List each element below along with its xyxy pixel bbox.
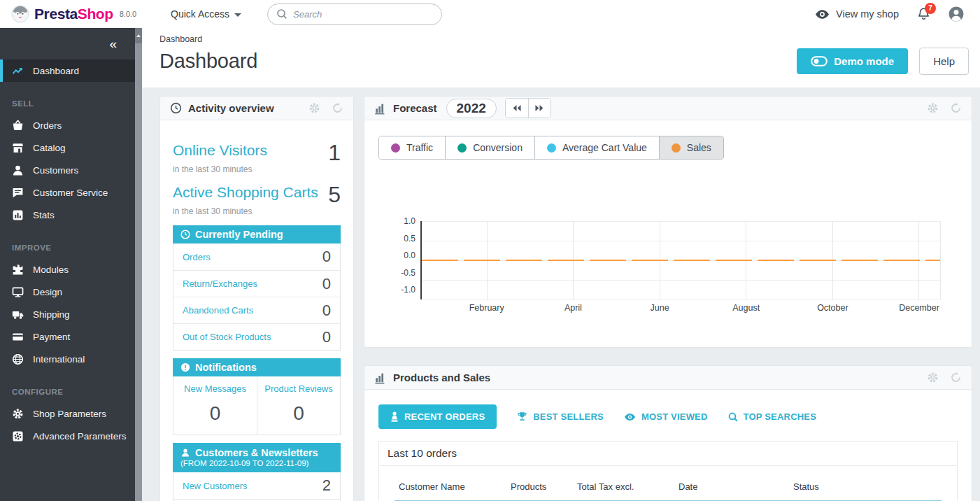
sidebar-scrollbar[interactable] xyxy=(135,28,142,501)
trophy-icon xyxy=(517,411,527,422)
sidebar-item-catalog[interactable]: Catalog xyxy=(0,136,135,159)
refresh-icon[interactable] xyxy=(332,102,343,114)
pending-returns-link[interactable]: Return/Exchanges xyxy=(183,278,257,289)
sidebar-item-payment[interactable]: Payment xyxy=(0,325,135,348)
orders-table-title: Last 10 orders xyxy=(379,442,957,466)
tab-traffic[interactable]: Traffic xyxy=(379,136,445,159)
sidebar-item-customer-service[interactable]: Customer Service xyxy=(0,181,135,204)
view-my-shop-link[interactable]: View my shop xyxy=(815,8,899,20)
user-avatar[interactable] xyxy=(949,6,964,22)
toggle-icon xyxy=(811,56,828,66)
bar-chart-icon xyxy=(374,102,387,115)
truck-icon xyxy=(12,309,24,320)
next-year-button[interactable] xyxy=(528,99,551,118)
sidebar-item-advanced-parameters[interactable]: Advanced Parameters xyxy=(0,425,135,447)
x-axis-labels: February April June August October Decem… xyxy=(422,303,941,313)
last-orders-table: Last 10 orders Customer Name Products To… xyxy=(378,441,958,501)
sidebar-item-orders[interactable]: Orders xyxy=(0,114,135,136)
sidebar-item-shop-parameters[interactable]: Shop Parameters xyxy=(0,402,135,425)
help-button[interactable]: Help xyxy=(919,48,969,75)
topbar-right: View my shop 7 xyxy=(815,6,980,22)
notifications-bell[interactable]: 7 xyxy=(917,7,930,22)
chevron-down-icon xyxy=(234,13,241,17)
y-axis-labels: 1.0 0.5 0.0 -0.5 -1.0 xyxy=(399,216,420,295)
table-row: Orders 0 xyxy=(173,244,340,270)
version-label: 8.0.0 xyxy=(120,10,136,18)
table-row: Out of Stock Products 0 xyxy=(173,323,340,350)
bar-chart-icon xyxy=(374,372,387,384)
product-reviews-link[interactable]: Product Reviews xyxy=(260,383,337,394)
global-search[interactable] xyxy=(267,3,442,25)
tab-best-sellers[interactable]: BEST SELLERS xyxy=(517,411,604,422)
tab-top-searches[interactable]: TOP SEARCHES xyxy=(728,411,817,422)
average-cart-value-dot-icon xyxy=(547,143,556,153)
quick-access-dropdown[interactable]: Quick Access xyxy=(171,8,241,20)
exclamation-circle-icon xyxy=(180,362,190,372)
out-of-stock-link[interactable]: Out of Stock Products xyxy=(183,332,271,342)
sidebar-item-stats[interactable]: Stats xyxy=(0,204,135,226)
pending-orders-link[interactable]: Orders xyxy=(183,252,211,262)
sidebar-item-design[interactable]: Design xyxy=(0,281,135,303)
sidebar-section-improve: IMPROVE Modules Design Shipping Payment xyxy=(0,244,135,370)
main-area: Dashboard Dashboard Demo mode Help xyxy=(142,28,980,501)
sidebar-item-international[interactable]: International xyxy=(0,348,135,370)
column-header: Status xyxy=(793,481,942,492)
sidebar-item-dashboard[interactable]: Dashboard xyxy=(0,59,135,82)
demo-mode-label: Demo mode xyxy=(834,55,894,67)
tab-sales[interactable]: Sales xyxy=(659,136,723,159)
active-carts-link[interactable]: Active Shopping Carts xyxy=(173,183,318,201)
new-customers-link[interactable]: New Customers xyxy=(183,481,247,491)
tab-average-cart-value[interactable]: Average Cart Value xyxy=(534,136,659,159)
refresh-icon[interactable] xyxy=(950,102,962,114)
products-sales-panel: Products and Sales RECENT ORDERS xyxy=(364,365,972,501)
new-customers-value: 2 xyxy=(322,477,331,495)
quick-access-label: Quick Access xyxy=(171,8,229,20)
previous-year-button[interactable] xyxy=(506,99,528,118)
prestashop-admin: PrestaShop 8.0.0 Quick Access View my sh… xyxy=(0,0,980,501)
tab-most-viewed[interactable]: MOST VIEWED xyxy=(624,411,708,422)
sidebar-item-shipping[interactable]: Shipping xyxy=(0,303,135,325)
store-icon xyxy=(12,142,24,154)
date-range-label: (FROM 2022-10-09 TO 2022-11-09) xyxy=(180,459,333,467)
forecast-panel-header: Forecast 2022 xyxy=(364,97,972,120)
panel-title: Activity overview xyxy=(188,102,274,114)
column-header: Customer Name xyxy=(399,481,511,492)
prestashop-logo[interactable]: PrestaShop 8.0.0 xyxy=(11,5,159,23)
tab-recent-orders[interactable]: RECENT ORDERS xyxy=(378,404,497,429)
notification-count-badge: 7 xyxy=(925,3,936,14)
tab-conversion[interactable]: Conversion xyxy=(445,136,534,159)
new-messages-link[interactable]: New Messages xyxy=(176,383,254,394)
search-input[interactable] xyxy=(293,9,433,20)
abandoned-carts-link[interactable]: Abandoned Carts xyxy=(183,305,253,316)
new-messages-value: 0 xyxy=(176,402,254,425)
activity-overview-panel: Activity overview Online Visitors 1 xyxy=(159,96,354,501)
sidebar-collapse-icon[interactable]: « xyxy=(109,37,117,50)
year-navigation xyxy=(505,98,551,118)
gear-icon[interactable] xyxy=(927,372,939,383)
table-row: New Customers 2 xyxy=(173,472,340,499)
breadcrumb[interactable]: Dashboard xyxy=(159,34,969,44)
brand-wordmark: PrestaShop xyxy=(34,6,113,22)
products-panel-header: Products and Sales xyxy=(364,366,972,390)
right-column: Forecast 2022 xyxy=(364,96,972,501)
sidebar: « Dashboard SELL Orders Catalog xyxy=(0,28,142,501)
scrollbar-up-button[interactable] xyxy=(135,28,142,43)
trending-up-icon xyxy=(12,65,24,77)
online-visitors-link[interactable]: Online Visitors xyxy=(173,141,267,159)
forecast-chart: 1.0 0.5 0.0 -0.5 -1.0 xyxy=(399,221,941,313)
refresh-icon[interactable] xyxy=(950,372,962,383)
gear-icon[interactable] xyxy=(308,102,320,114)
sidebar-item-modules[interactable]: Modules xyxy=(0,258,135,281)
demo-mode-button[interactable]: Demo mode xyxy=(797,48,908,74)
active-carts-value: 5 xyxy=(328,183,341,206)
clock-icon xyxy=(180,230,190,239)
section-title: CONFIGURE xyxy=(12,388,135,396)
pending-returns-value: 0 xyxy=(322,275,331,293)
person-icon xyxy=(12,164,24,176)
sidebar-item-customers[interactable]: Customers xyxy=(0,159,135,181)
customers-newsletters-header: Customers & Newsletters (FROM 2022-10-09… xyxy=(173,443,341,472)
sidebar-section-configure: CONFIGURE Shop Parameters Advanced Param… xyxy=(0,388,135,447)
clock-icon xyxy=(170,102,182,114)
gear-icon[interactable] xyxy=(927,102,939,114)
customers-table: New Customers 2 New Subscriptions 0 xyxy=(173,472,341,501)
